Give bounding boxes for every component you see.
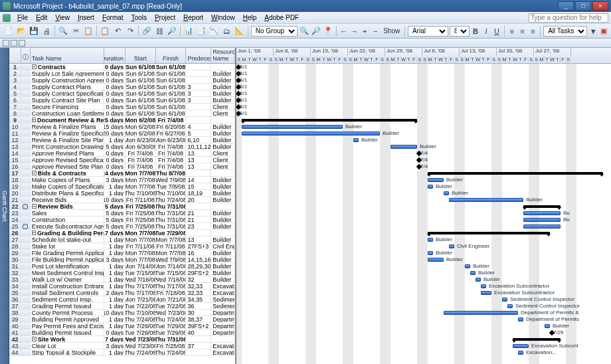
row-finish[interactable]: Fri 7/25/08 — [156, 343, 187, 349]
row-taskname[interactable]: Install Construction Entrance — [31, 283, 104, 289]
row-res[interactable] — [211, 203, 235, 209]
row-taskname[interactable]: Review & Finalize Site Plan — [31, 137, 104, 143]
row-res[interactable] — [211, 230, 235, 236]
row-pred[interactable]: 40 — [186, 329, 211, 335]
row-duration[interactable]: 25 days — [104, 117, 126, 123]
row-pred[interactable]: 5 — [186, 130, 211, 136]
toolbar-icon-5[interactable]: ✂ — [70, 25, 82, 37]
row-finish[interactable]: Sun 6/1/08 — [156, 64, 187, 70]
task-bar[interactable] — [242, 132, 380, 136]
task-bar[interactable] — [470, 271, 476, 275]
row-start[interactable]: Mon 6/2/08 — [126, 130, 156, 136]
menu-edit[interactable]: Edit — [32, 13, 51, 22]
goto-task-icon[interactable]: 📍 — [323, 25, 333, 37]
row-duration[interactable]: 5 days — [104, 203, 126, 209]
row-pred[interactable]: 3 — [186, 84, 211, 90]
zoom-out-icon[interactable]: 🔍 — [299, 25, 309, 37]
row-finish[interactable]: Wed 7/23/08 — [156, 310, 187, 316]
row-res[interactable]: Builder — [211, 256, 235, 262]
row-res[interactable]: Department of P — [211, 316, 235, 322]
row-taskname[interactable]: Building Permit Issued — [31, 329, 104, 335]
task-bar[interactable] — [428, 238, 433, 242]
row-res[interactable]: Builder — [211, 124, 235, 130]
task-bar[interactable] — [465, 264, 470, 268]
row-start[interactable]: Mon 7/7/08 — [126, 183, 156, 189]
row-pred[interactable]: 36 — [186, 303, 211, 309]
table-row[interactable]: 43Clear Lot3 daysWed 7/23/08Fri 7/25/083… — [9, 343, 235, 349]
outline-toggle[interactable]: − — [32, 230, 36, 235]
table-row[interactable]: 8Construction Loan Settlement0 daysSun 6… — [9, 110, 235, 117]
summary-bar[interactable] — [523, 205, 561, 208]
row-duration[interactable]: 24 days — [104, 170, 126, 176]
row-start[interactable]: Thu 7/17/08 — [126, 290, 156, 296]
table-row[interactable]: 21Receive Bids10 daysFri 7/11/08Thu 7/24… — [9, 197, 235, 203]
table-row[interactable]: 29File Grading Permit Application1 dayMo… — [9, 250, 235, 256]
row-start[interactable]: Mon 6/30/08 — [126, 143, 156, 149]
toolbar-icon-8[interactable]: ↶ — [112, 25, 124, 37]
table-row[interactable]: 22−Review Bids5 daysFri 7/25/08Thu 7/31/… — [9, 203, 235, 210]
row-start[interactable]: Mon 6/2/08 — [126, 117, 156, 123]
row-taskname[interactable]: Secure Financing — [31, 104, 104, 110]
row-duration[interactable]: 3 days — [104, 177, 126, 183]
row-res[interactable]: Client — [211, 110, 235, 116]
row-finish[interactable]: Tue 7/8/08 — [156, 183, 187, 189]
row-pred[interactable]: 3 — [186, 97, 211, 103]
row-taskname[interactable]: Supply Contract Site Plan — [31, 97, 104, 103]
row-res[interactable]: Builder — [211, 97, 235, 103]
table-row[interactable]: 6Supply Contract Site Plan0 daysSun 6/1/… — [9, 97, 235, 104]
row-taskname[interactable]: Receive Bids — [31, 197, 104, 203]
row-duration[interactable]: 3 days — [104, 343, 126, 349]
col-indicator[interactable]: ⓘ — [21, 48, 31, 63]
table-row[interactable]: 18Make Copies of Plans3 daysMon 7/7/08We… — [9, 177, 235, 183]
table-row[interactable]: 26−Grading & Building Permits17 daysMon … — [9, 230, 235, 236]
row-taskname[interactable]: Sediment Control Insp. — [31, 296, 104, 302]
row-res[interactable]: Excavation Sub — [211, 343, 235, 349]
row-res[interactable]: Department of P — [211, 323, 235, 329]
row-finish[interactable]: Tue 7/29/08 — [156, 329, 187, 335]
task-bar[interactable] — [428, 258, 444, 262]
row-pred[interactable] — [186, 64, 211, 70]
row-duration[interactable]: 3 days — [104, 256, 126, 262]
task-bar[interactable] — [444, 311, 518, 315]
task-bar[interactable] — [513, 344, 529, 348]
row-duration[interactable]: 1 day — [104, 243, 126, 249]
row-taskname[interactable]: File Building Permit Application — [31, 256, 104, 262]
row-start[interactable]: Mon 7/7/08 — [126, 177, 156, 183]
row-duration[interactable]: 0 days — [104, 329, 126, 335]
minimize-button[interactable]: _ — [558, 1, 574, 11]
row-duration[interactable]: 0 days — [104, 104, 126, 110]
row-res[interactable]: Excavation Sub — [211, 349, 235, 355]
row-duration[interactable]: 0 days — [104, 157, 126, 163]
row-finish[interactable]: Fri 7/4/08 — [156, 150, 187, 156]
row-finish[interactable]: Thu 7/24/08 — [156, 316, 187, 322]
table-row[interactable]: 41Building Permit Issued0 daysTue 7/29/0… — [9, 329, 235, 336]
row-duration[interactable]: 1 day — [104, 270, 126, 276]
table-row[interactable]: 28Stake lot1 dayFri 7/11/08Fri 7/11/0827… — [9, 243, 235, 250]
row-duration[interactable]: 0 days — [104, 70, 126, 76]
row-duration[interactable]: 2 days — [104, 290, 126, 296]
row-taskname[interactable]: Pay Permit Fees and Excise Taxes — [31, 323, 104, 329]
row-duration[interactable]: 5 days — [104, 217, 126, 223]
task-bar[interactable] — [523, 211, 561, 215]
row-duration[interactable]: 0 days — [104, 97, 126, 103]
table-row[interactable]: 20Distribute Plans & Specifications1 day… — [9, 190, 235, 197]
row-duration[interactable]: 1 day — [104, 316, 126, 322]
menu-view[interactable]: View — [51, 13, 74, 22]
row-start[interactable]: Wed 7/23/08 — [126, 343, 156, 349]
menu-window[interactable]: Window — [207, 13, 239, 22]
row-start[interactable]: Fri 7/4/08 — [126, 157, 156, 163]
fontsize-select[interactable]: 8 — [450, 26, 470, 37]
row-res[interactable]: Department of P — [211, 329, 235, 335]
row-finish[interactable]: Thu 7/24/08 — [156, 349, 187, 355]
row-start[interactable]: Sun 6/1/08 — [126, 77, 156, 83]
underline-button[interactable]: U — [492, 25, 501, 37]
row-start[interactable]: Sun 6/1/08 — [126, 104, 156, 110]
row-pred[interactable]: 29FS+2 days,28 — [186, 270, 211, 276]
row-taskname[interactable]: Construction Loan Settlement — [31, 110, 104, 116]
table-row[interactable]: 30File Building Permit Application3 days… — [9, 256, 235, 263]
row-finish[interactable]: Thu 7/24/08 — [156, 197, 187, 203]
row-res[interactable]: Excavation Sub — [211, 290, 235, 296]
row-res[interactable]: Sediment Contr — [211, 296, 235, 302]
row-res[interactable]: Builder — [211, 236, 235, 242]
col-id[interactable] — [9, 48, 21, 63]
